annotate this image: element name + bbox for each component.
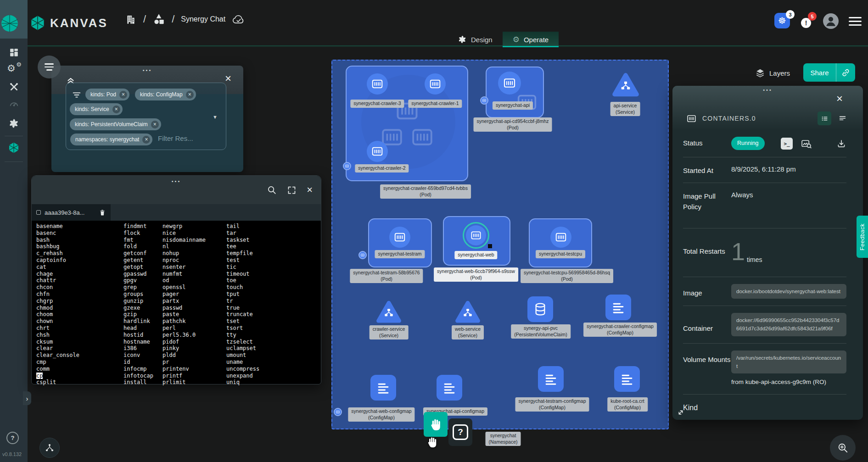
service-icon-api-service[interactable]: [610, 71, 641, 99]
terminal-command: gzip: [123, 311, 153, 318]
mode-tabs: Design ⚙ Operate: [448, 32, 559, 47]
configmap-icon-testram-configmap[interactable]: [538, 366, 564, 392]
terminal-search-button[interactable]: [267, 185, 277, 195]
breadcrumb-project-name[interactable]: Synergy Chat: [181, 15, 225, 23]
view-list-button[interactable]: [835, 111, 849, 125]
organization-icon[interactable]: [125, 13, 137, 26]
zoom-in-button[interactable]: [830, 435, 856, 461]
sidebar-item-dashboard[interactable]: [0, 45, 28, 60]
close-button[interactable]: ×: [225, 72, 231, 85]
terminal-command: pathchk: [162, 318, 206, 325]
sidebar-item-kanvas[interactable]: [0, 140, 28, 155]
filter-chip[interactable]: kinds: Service×: [70, 103, 123, 115]
open-terminal-button[interactable]: >_: [781, 138, 793, 150]
container-icon-crawler-3[interactable]: [367, 73, 388, 95]
container-icon-crawler-1[interactable]: [425, 73, 446, 95]
terminal-command: true: [226, 305, 259, 312]
selection-handle[interactable]: [488, 244, 492, 248]
kubernetes-context-button[interactable]: ☸ 3: [774, 13, 791, 29]
container-icon-testram[interactable]: [389, 227, 410, 248]
terminal-output[interactable]: basenamebasencbashbashbugc_rehashcaptoin…: [32, 221, 321, 384]
filter-chip[interactable]: kinds: ConfigMap×: [135, 89, 196, 100]
hub-icon: [45, 443, 55, 453]
remove-chip-icon[interactable]: ×: [151, 121, 159, 128]
remove-chip-icon[interactable]: ×: [119, 91, 127, 99]
terminal-command: pinky: [162, 345, 206, 352]
drag-handle-icon[interactable]: •••: [143, 67, 152, 73]
copy-link-button[interactable]: [836, 68, 855, 77]
swirl-icon: [8, 118, 19, 129]
terminal-session-tab[interactable]: aaaa39e3-8a...: [32, 204, 111, 221]
floating-action-button[interactable]: [39, 438, 60, 458]
configmap-icon-kube-root-ca[interactable]: [614, 366, 640, 392]
service-icon-crawler-service[interactable]: [375, 299, 403, 325]
node-label: synergychat-web: [454, 251, 497, 259]
filter-chip[interactable]: kinds: Pod×: [85, 89, 129, 100]
remove-chip-icon[interactable]: ×: [142, 136, 150, 144]
kanvas-app: KANVAS / / Synergy Chat ☸ 3 ! 5: [0, 0, 868, 462]
remove-chip-icon[interactable]: ×: [112, 106, 120, 113]
details-panel-title: CONTAINERS.0: [702, 115, 756, 122]
container-icon-web-selected[interactable]: [463, 222, 489, 249]
sidebar-item-extensions[interactable]: [0, 116, 28, 131]
filter-chip[interactable]: kinds: PersistentVolumeClaim×: [70, 118, 161, 130]
layers-toggle[interactable]: Layers: [755, 68, 790, 78]
workspace-shapes-icon[interactable]: [152, 13, 165, 26]
details-close-button[interactable]: ×: [836, 92, 843, 105]
service-icon-web-service[interactable]: [454, 299, 482, 325]
container-icon-api[interactable]: [498, 72, 521, 95]
drag-handle-icon[interactable]: •••: [763, 87, 773, 93]
session-icon: [36, 210, 41, 215]
node-label-api-replica: synergychat-api-cd954ccbf-j8mhz(Pod): [474, 117, 552, 132]
filter-resources-input[interactable]: [158, 134, 208, 142]
download-logs-button[interactable]: [836, 139, 846, 149]
help-button[interactable]: ?: [6, 432, 19, 444]
canvas-menu-button[interactable]: [38, 56, 61, 78]
help-tool-button[interactable]: ?: [448, 418, 472, 446]
container-id-value: docker://6d96990655cc952b4423304f3c57d66…: [731, 313, 846, 336]
configmap-icon-crawler-configmap[interactable]: [605, 295, 631, 320]
share-button[interactable]: Share: [803, 69, 836, 77]
panel-resize-handle[interactable]: [676, 408, 685, 417]
terminal-command: chgrp: [36, 298, 79, 305]
node-label-testcpu-replica: synergychat-testcpu-569958465d-86hsq(Pod…: [521, 269, 613, 283]
container-icon-testcpu[interactable]: [550, 227, 571, 248]
terminal-command: groups: [123, 291, 153, 298]
remove-chip-icon[interactable]: ×: [186, 91, 194, 99]
terminal-command: chmod: [36, 305, 79, 312]
sidebar-item-performance[interactable]: [0, 96, 28, 111]
terminal-command: getent: [123, 257, 153, 264]
volume-mount-source: from kube-api-access-g9c9m (RO): [731, 378, 846, 387]
pvc-icon-synergy-api-pvc[interactable]: [527, 296, 553, 322]
configmap-icon-web-configmap[interactable]: [370, 375, 396, 401]
pod-badge-icon: [480, 96, 488, 105]
terminal-close-button[interactable]: ×: [307, 185, 313, 195]
view-compact-button[interactable]: [818, 111, 831, 125]
terminal-fullscreen-button[interactable]: [287, 185, 297, 195]
avatar[interactable]: [823, 13, 839, 29]
pan-tool-button[interactable]: [424, 412, 448, 437]
sidebar-item-lifecycle[interactable]: ⚙⚙: [0, 62, 28, 77]
terminal-command: od: [162, 277, 206, 284]
notifications-button[interactable]: ! 5: [801, 15, 813, 27]
filter-chip[interactable]: namespaces: synergychat×: [70, 134, 152, 145]
menu-button[interactable]: [849, 15, 862, 28]
snapshot-button[interactable]: [801, 138, 812, 150]
filter-input-box[interactable]: kinds: Pod× kinds: ConfigMap× kinds: Ser…: [66, 83, 226, 150]
notification-count-badge: 5: [808, 12, 817, 21]
breadcrumb-separator: /: [172, 13, 174, 25]
node-label-api-service: api-service(Service): [610, 102, 640, 116]
chevron-down-icon[interactable]: ▼: [213, 114, 218, 120]
feedback-tab[interactable]: Feedback: [857, 216, 868, 258]
container-icon-crawler-2[interactable]: [367, 141, 388, 162]
terminal-command: uniq: [226, 379, 259, 386]
drag-handle-icon[interactable]: •••: [172, 178, 181, 184]
terminal-command: touch: [226, 284, 259, 291]
tab-operate[interactable]: ⚙ Operate: [503, 32, 559, 47]
terminal-command: basename: [36, 223, 79, 230]
tab-design[interactable]: Design: [448, 32, 503, 47]
trash-icon[interactable]: [99, 209, 106, 216]
configmap-icon-api-configmap[interactable]: [437, 375, 462, 401]
sidebar-expand-button[interactable]: ›: [23, 391, 31, 405]
sidebar-item-configuration[interactable]: [0, 79, 28, 94]
